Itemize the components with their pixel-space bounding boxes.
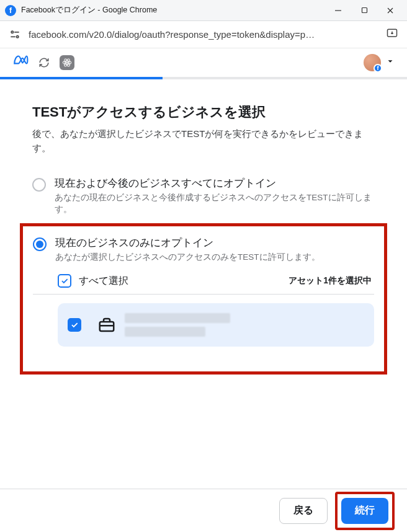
window-maximize-button[interactable] <box>351 2 377 19</box>
svg-point-6 <box>17 35 19 37</box>
option-desc: あなたが選択したビジネスへのアクセスのみをTESTに許可します。 <box>55 251 374 264</box>
window-title: Facebookでログイン - Google Chrome <box>21 5 157 16</box>
radio-unselected-icon <box>32 178 46 192</box>
option-desc: あなたの現在のビジネスと今後作成するビジネスへのアクセスをTESTに許可します。 <box>55 192 375 216</box>
select-all-row[interactable]: すべて選択 アセット1件を選択中 <box>33 269 374 295</box>
business-asset-item[interactable] <box>58 303 374 347</box>
refresh-icon[interactable] <box>37 56 51 69</box>
checkbox-checked-icon <box>68 318 81 332</box>
radio-selected-icon <box>33 237 47 251</box>
window-titlebar: f Facebookでログイン - Google Chrome <box>0 0 407 21</box>
business-name-redacted <box>125 313 230 337</box>
browser-urlbar: facebook.com/v20.0/dialog/oauth?response… <box>0 21 407 48</box>
window-close-button[interactable] <box>377 2 403 19</box>
avatar: f <box>364 54 381 71</box>
option-title: 現在のビジネスのみにオプトイン <box>55 236 374 250</box>
option-all-businesses[interactable]: 現在および今後のビジネスすべてにオプトイン あなたの現在のビジネスと今後作成する… <box>32 173 375 222</box>
facebook-badge-icon: f <box>373 64 382 73</box>
footer-actions: 戻る 続行 <box>0 489 407 532</box>
briefcase-icon <box>97 316 116 334</box>
url-text[interactable]: facebook.com/v20.0/dialog/oauth?response… <box>29 29 378 40</box>
window-minimize-button[interactable] <box>325 2 351 19</box>
svg-point-12 <box>66 62 68 63</box>
main-content: TESTがアクセスするビジネスを選択 後で、あなたが選択したビジネスでTESTが… <box>0 79 407 375</box>
install-app-icon[interactable] <box>386 27 398 42</box>
progress-bar <box>0 77 407 79</box>
continue-button[interactable]: 続行 <box>341 498 388 524</box>
facebook-favicon: f <box>5 5 16 16</box>
select-all-label: すべて選択 <box>79 275 128 288</box>
site-info-button[interactable] <box>9 29 21 41</box>
svg-rect-1 <box>362 8 367 13</box>
account-menu[interactable]: f <box>364 54 395 71</box>
app-header: f <box>0 48 407 77</box>
app-badge-icon <box>60 55 74 70</box>
option-current-businesses[interactable]: 現在のビジネスのみにオプトイン あなたが選択したビジネスへのアクセスのみをTES… <box>33 236 374 270</box>
meta-logo-icon <box>12 55 29 71</box>
checkbox-checked-icon <box>58 274 71 288</box>
option-title: 現在および今後のビジネスすべてにオプトイン <box>55 177 375 190</box>
progress-fill <box>0 77 163 79</box>
svg-point-4 <box>11 31 13 33</box>
page-subtitle: 後で、あなたが選択したビジネスでTESTが何を実行できるかをレビューできます。 <box>32 126 375 156</box>
highlight-annotation: 続行 <box>335 492 395 530</box>
back-button[interactable]: 戻る <box>279 498 328 524</box>
chevron-down-icon <box>386 57 395 68</box>
highlight-annotation: 現在のビジネスのみにオプトイン あなたが選択したビジネスへのアクセスのみをTES… <box>20 223 387 375</box>
page-title: TESTがアクセスするビジネスを選択 <box>32 103 375 122</box>
selected-count-label: アセット1件を選択中 <box>288 275 374 286</box>
